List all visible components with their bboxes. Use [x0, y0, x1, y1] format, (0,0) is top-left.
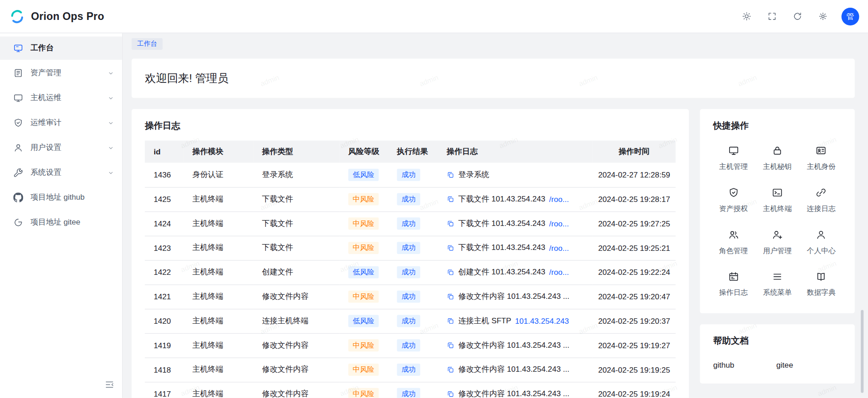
result-badge: 成功 [397, 266, 420, 278]
operation-log-card: 操作日志 id操作模块操作类型风险等级执行结果操作日志操作时间 1436身份认证… [132, 109, 689, 398]
log-link[interactable]: /roo... [549, 268, 569, 277]
quick-action-profile-center[interactable]: 个人中心 [801, 229, 842, 256]
cell-id: 1425 [145, 187, 184, 211]
fullscreen-icon [767, 12, 777, 21]
quick-action-connect-logs[interactable]: 连接日志 [801, 187, 842, 214]
sidebar-item-github[interactable]: 项目地址 github [0, 186, 122, 209]
logo-area: Orion Ops Pro [9, 8, 104, 25]
quick-action-label: 资产授权 [719, 204, 748, 214]
quick-action-label: 主机身份 [807, 162, 836, 172]
quick-action-operation-logs[interactable]: 操作日志 [713, 271, 754, 298]
copy-icon[interactable] [447, 390, 455, 398]
sidebar-item-label: 用户设置 [30, 143, 61, 153]
copy-icon[interactable] [447, 269, 455, 276]
quick-action-label: 角色管理 [719, 246, 748, 256]
cell-id: 1422 [145, 260, 184, 284]
cell-id: 1424 [145, 211, 184, 236]
copy-icon[interactable] [447, 244, 455, 252]
quick-action-system-menu[interactable]: 系统菜单 [757, 271, 798, 298]
copy-icon[interactable] [447, 341, 455, 349]
sidebar-item-workbench[interactable]: 工作台 [0, 37, 122, 60]
route-tab-workbench[interactable]: 工作台 [132, 38, 162, 50]
theme-toggle-button[interactable] [738, 8, 755, 25]
log-text: 连接主机 SFTP [458, 316, 511, 326]
cell-module: 主机终端 [184, 382, 253, 398]
cell-module: 主机终端 [184, 284, 253, 309]
result-badge: 成功 [397, 315, 420, 327]
copy-icon[interactable] [447, 366, 455, 374]
quick-action-asset-auth[interactable]: 资产授权 [713, 187, 754, 214]
column-header: 操作时间 [593, 140, 675, 163]
copy-icon[interactable] [447, 220, 455, 227]
help-link-gitee[interactable]: gitee [776, 360, 793, 369]
cell-id: 1423 [145, 236, 184, 260]
main-content: 工作台 欢迎回来! 管理员 操作日志 id操作模块操作类型风险等级执行结果操作日… [123, 33, 868, 398]
cell-result: 成功 [388, 260, 438, 284]
scrollbar-thumb[interactable] [861, 310, 863, 393]
help-link-github[interactable]: github [713, 360, 735, 369]
cell-log: 修改文件内容 101.43.254.243 ... [438, 358, 593, 382]
user-avatar[interactable]: 管 [841, 8, 859, 25]
lock-icon [772, 145, 783, 156]
cell-module: 主机终端 [184, 187, 253, 211]
quick-action-label: 主机管理 [719, 162, 748, 172]
sidebar-item-gitee[interactable]: 项目地址 gitee [0, 211, 122, 234]
cell-result: 成功 [388, 163, 438, 187]
collapse-sidebar-button[interactable] [103, 378, 116, 391]
cell-log: 登录系统 [438, 163, 593, 187]
fullscreen-button[interactable] [763, 8, 781, 25]
quick-actions-title: 快捷操作 [713, 120, 842, 132]
sidebar: 工作台资产管理主机运维运维审计用户设置系统设置项目地址 github项目地址 g… [0, 33, 123, 398]
menu-icon [772, 271, 783, 282]
settings-button[interactable] [814, 8, 831, 25]
quick-action-user-manage[interactable]: 用户管理 [757, 229, 798, 256]
log-link[interactable]: /roo... [549, 195, 569, 204]
quick-action-host-terminal[interactable]: 主机终端 [757, 187, 798, 214]
roles-icon [728, 229, 739, 240]
cell-time: 2024-02-25 19:27:25 [593, 211, 675, 236]
log-text: 登录系统 [458, 170, 489, 180]
log-link[interactable]: /roo... [549, 219, 569, 228]
copy-icon[interactable] [447, 317, 455, 325]
log-link[interactable]: 101.43.254.243 [515, 316, 569, 326]
quick-action-host-identity[interactable]: 主机身份 [801, 145, 842, 172]
quick-action-data-dictionary[interactable]: 数据字典 [801, 271, 842, 298]
user-icon [13, 143, 23, 153]
cell-result: 成功 [388, 309, 438, 333]
cell-time: 2024-02-25 19:25:21 [593, 236, 675, 260]
risk-badge: 中风险 [348, 364, 379, 376]
quick-action-label: 个人中心 [807, 246, 836, 256]
risk-badge: 中风险 [348, 217, 379, 230]
quick-action-host-manage[interactable]: 主机管理 [713, 145, 754, 172]
copy-icon[interactable] [447, 171, 455, 178]
quick-action-host-keys[interactable]: 主机秘钥 [757, 145, 798, 172]
log-text: 修改文件内容 101.43.254.243 ... [458, 389, 569, 398]
sidebar-item-system-settings[interactable]: 系统设置 [0, 161, 122, 184]
cell-type: 创建文件 [253, 260, 340, 284]
quick-action-label: 操作日志 [719, 288, 748, 298]
calendar-icon [728, 271, 739, 282]
cell-result: 成功 [388, 382, 438, 398]
route-tab-bar: 工作台 [132, 37, 855, 51]
user-add-icon [772, 229, 783, 240]
copy-icon[interactable] [447, 293, 455, 301]
copy-icon[interactable] [447, 195, 455, 203]
right-column: 快捷操作 主机管理主机秘钥主机身份资产授权主机终端连接日志角色管理用户管理个人中… [700, 109, 854, 384]
quick-action-role-manage[interactable]: 角色管理 [713, 229, 754, 256]
refresh-button[interactable] [788, 8, 806, 25]
result-badge: 成功 [397, 242, 420, 254]
result-badge: 成功 [397, 364, 420, 376]
cell-time: 2024-02-25 19:19:25 [593, 358, 675, 382]
sidebar-item-user-settings[interactable]: 用户设置 [0, 136, 122, 159]
cell-time: 2024-02-25 19:28:17 [593, 187, 675, 211]
cell-time: 2024-02-25 19:22:24 [593, 260, 675, 284]
sidebar-item-host-ops[interactable]: 主机运维 [0, 86, 122, 110]
log-link[interactable]: /roo... [549, 244, 569, 253]
risk-badge: 低风险 [348, 168, 379, 181]
table-header-row: id操作模块操作类型风险等级执行结果操作日志操作时间 [145, 140, 675, 163]
sidebar-item-audit[interactable]: 运维审计 [0, 111, 122, 134]
sidebar-item-assets[interactable]: 资产管理 [0, 62, 122, 85]
cell-log: 下载文件 101.43.254.243 /roo... [438, 236, 593, 260]
cell-time: 2024-02-27 12:28:59 [593, 163, 675, 187]
cell-result: 成功 [388, 211, 438, 236]
